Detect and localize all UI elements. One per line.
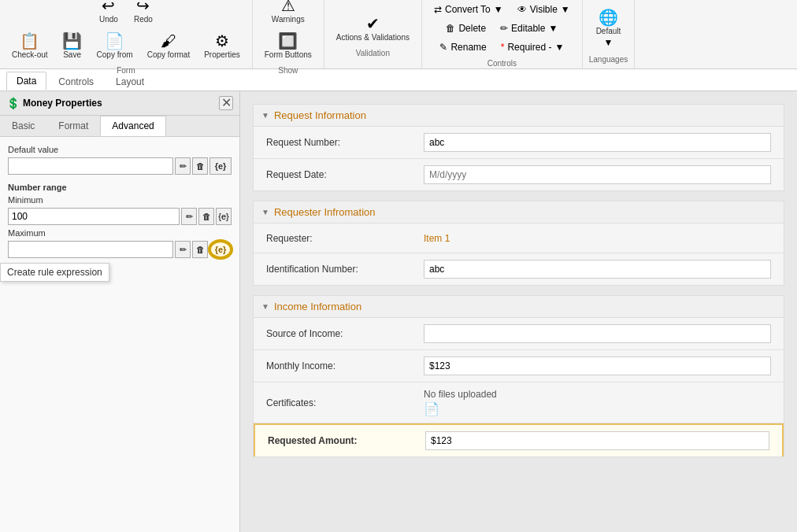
section-income-title: Income Information — [274, 301, 361, 312]
certificates-value: No files uploaded 📄 — [424, 389, 771, 416]
convert-to-button[interactable]: ⇄ Convert To ▼ — [428, 1, 509, 18]
default-value-row: ✏ 🗑 {e} — [8, 157, 232, 175]
minimum-label: Minimum — [8, 195, 232, 205]
properties-button[interactable]: ⚙ Properties — [198, 29, 246, 63]
identification-input[interactable] — [424, 260, 771, 279]
controls-row1: ⇄ Convert To ▼ 👁 Visible ▼ — [428, 1, 576, 18]
maximum-expression-button[interactable]: {e} — [209, 241, 232, 258]
minimum-delete-button[interactable]: 🗑 — [198, 208, 214, 225]
tab-data[interactable]: Data — [6, 72, 46, 91]
editable-arrow: ▼ — [548, 23, 558, 34]
inner-tab-advanced[interactable]: Advanced — [100, 116, 165, 136]
visible-icon: 👁 — [517, 4, 527, 15]
requester-label: Requester: — [266, 233, 424, 244]
panel-title-text: Money Properties — [23, 98, 102, 109]
default-label: Default — [596, 27, 621, 35]
default-value-edit-button[interactable]: ✏ — [175, 157, 191, 175]
upload-icon[interactable]: 📄 — [424, 401, 771, 416]
rename-button[interactable]: ✎ Rename — [434, 39, 491, 56]
editable-label: Editable — [511, 23, 545, 34]
requested-amount-input[interactable] — [425, 431, 769, 450]
section-requester-header[interactable]: ▼ Requester Infromation — [254, 201, 784, 224]
default-value-expression-button[interactable]: {e} — [209, 157, 232, 175]
delete-button[interactable]: 🗑 Delete — [440, 20, 491, 37]
request-date-row: Request Date: — [254, 159, 784, 190]
redo-icon: ↪ — [136, 0, 150, 13]
warnings-icon: ⚠ — [281, 0, 295, 13]
minimum-expression-button[interactable]: {e} — [216, 208, 232, 225]
panel-close-button[interactable]: ✕ — [219, 96, 233, 110]
redo-button[interactable]: ↪ Redo — [128, 0, 159, 28]
panel-advanced-content: Default value ✏ 🗑 {e} Number range Minim… — [0, 137, 239, 532]
maximum-label: Maximum — [8, 228, 232, 238]
actions-label: Actions & Validations — [336, 33, 410, 42]
form-buttons-label: Form Buttons — [265, 50, 312, 59]
copy-from-label: Copy from — [97, 50, 133, 59]
actions-validations-button[interactable]: ✔ Actions & Validations — [331, 12, 415, 46]
inner-tabs: Basic Format Advanced — [0, 116, 239, 137]
copy-from-button[interactable]: 📄 Copy from — [91, 29, 139, 63]
panel-title: 💲 Money Properties — [6, 97, 102, 109]
main-area: 💲 Money Properties ✕ Basic Format Advanc… — [0, 91, 797, 532]
required-button[interactable]: * Required - ▼ — [495, 39, 570, 56]
request-number-value — [424, 133, 771, 152]
controls-row3: ✎ Rename * Required - ▼ — [434, 39, 569, 56]
required-icon: * — [501, 42, 505, 53]
tooltip-text: Create rule expression — [7, 267, 102, 278]
warnings-button[interactable]: ⚠ Warnings — [266, 0, 310, 28]
monthly-income-input[interactable] — [424, 357, 771, 375]
certificates-label: Certificates: — [266, 397, 424, 408]
request-date-value — [424, 165, 771, 184]
default-value-delete-button[interactable]: 🗑 — [192, 157, 208, 175]
copy-format-button[interactable]: 🖌 Copy format — [142, 29, 195, 63]
maximum-input[interactable] — [8, 241, 173, 258]
source-income-value — [424, 324, 771, 343]
editable-button[interactable]: ✏ Editable ▼ — [495, 20, 563, 37]
requested-amount-value — [425, 431, 769, 450]
toolbar-group-languages: 🌐 Default ▼ Languages — [583, 0, 636, 68]
default-value-input[interactable] — [8, 157, 173, 175]
toolbar-group-form: ↩ Undo ↪ Redo 📋 Check-out 💾 Save 📄 Copy … — [0, 0, 253, 68]
inner-tab-basic[interactable]: Basic — [0, 116, 46, 136]
monthly-income-value — [424, 357, 771, 375]
maximum-delete-button[interactable]: 🗑 — [192, 241, 208, 258]
actions-icon: ✔ — [366, 16, 380, 31]
source-income-input[interactable] — [424, 324, 771, 343]
convert-to-icon: ⇄ — [434, 4, 442, 15]
undo-redo-row: ↩ Undo ↪ Redo — [93, 0, 159, 28]
monthly-income-label: Monthly Income: — [266, 360, 424, 371]
properties-label: Properties — [204, 50, 240, 59]
visible-button[interactable]: 👁 Visible ▼ — [512, 1, 576, 18]
default-arrow: ▼ — [604, 37, 614, 48]
tab-controls[interactable]: Controls — [48, 72, 104, 91]
request-number-input[interactable] — [424, 133, 771, 152]
minimum-row: ✏ 🗑 {e} — [8, 208, 232, 225]
undo-label: Undo — [99, 15, 118, 24]
default-value-group: Default value ✏ 🗑 {e} — [8, 145, 232, 175]
languages-group-label: Languages — [589, 55, 628, 64]
default-button[interactable]: 🌐 Default ▼ — [591, 6, 627, 52]
required-arrow: ▼ — [554, 42, 564, 53]
save-button[interactable]: 💾 Save — [57, 29, 88, 63]
section-request-info-header[interactable]: ▼ Request Information — [254, 105, 784, 127]
rename-label: Rename — [450, 42, 486, 53]
properties-icon: ⚙ — [215, 33, 229, 49]
section-income-header[interactable]: ▼ Income Information — [254, 296, 784, 318]
section-request-chevron: ▼ — [261, 111, 269, 120]
requester-value: Item 1 — [424, 233, 771, 244]
request-date-input[interactable] — [424, 165, 771, 184]
required-label: Required - — [507, 42, 551, 53]
minimum-input[interactable] — [8, 208, 180, 225]
form-buttons-button[interactable]: 🔲 Form Buttons — [259, 29, 317, 63]
requester-row: Requester: Item 1 — [254, 224, 784, 253]
inner-tab-format[interactable]: Format — [46, 116, 100, 136]
checkout-button[interactable]: 📋 Check-out — [6, 29, 54, 63]
tab-layout[interactable]: Layout — [106, 72, 154, 91]
editable-icon: ✏ — [500, 23, 508, 34]
minimum-edit-button[interactable]: ✏ — [181, 208, 197, 225]
copy-format-icon: 🖌 — [161, 33, 176, 49]
undo-button[interactable]: ↩ Undo — [93, 0, 124, 28]
section-requester-chevron: ▼ — [261, 208, 269, 216]
validation-group-label: Validation — [356, 49, 390, 57]
maximum-edit-button[interactable]: ✏ — [175, 241, 191, 258]
